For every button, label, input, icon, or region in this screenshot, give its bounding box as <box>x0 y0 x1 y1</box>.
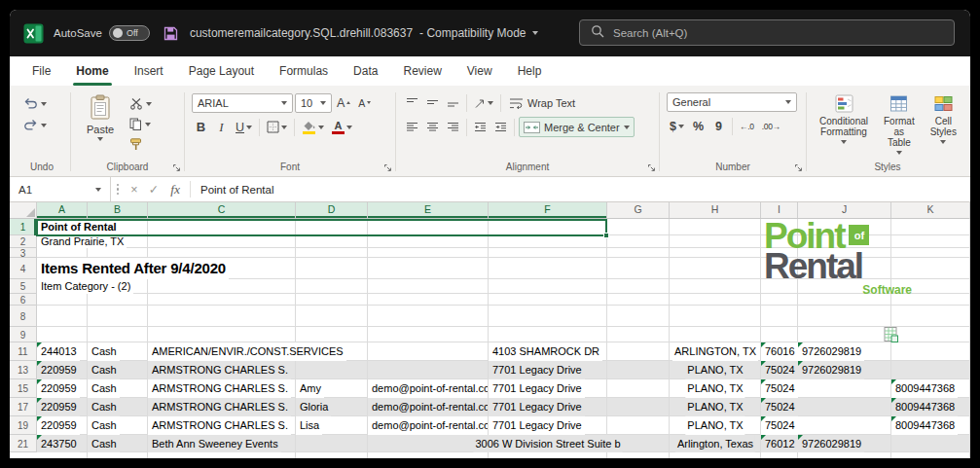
column-header-C[interactable]: C <box>148 202 296 218</box>
cell-H13[interactable]: PLANO, TX <box>685 361 744 379</box>
cell-A21[interactable]: 243750 <box>37 435 80 452</box>
cell-H21[interactable]: Arlington, Texas <box>675 435 755 452</box>
redo-button[interactable] <box>20 117 50 133</box>
column-header-A[interactable]: A <box>37 202 88 218</box>
align-middle-button[interactable] <box>423 92 442 113</box>
embedded-table-icon[interactable] <box>884 326 898 346</box>
cell-I11[interactable]: 76016 <box>761 342 798 361</box>
row-header-13[interactable]: 13 <box>10 361 37 379</box>
wrap-text-button[interactable]: Wrap Text <box>505 92 579 113</box>
row-header-6[interactable]: 6 <box>10 294 37 306</box>
cell-D17[interactable]: Gloria <box>296 398 331 416</box>
column-header-D[interactable]: D <box>296 202 368 218</box>
borders-button[interactable] <box>264 117 290 137</box>
bold-button[interactable]: B <box>192 117 210 137</box>
increase-decimal-button[interactable]: ←.0 <box>737 116 757 136</box>
tab-data[interactable]: Data <box>341 56 390 86</box>
row-header-1[interactable]: 1 <box>10 219 37 235</box>
cell-B17[interactable]: Cash <box>88 398 120 416</box>
column-header-K[interactable]: K <box>891 202 970 218</box>
number-dialog-launcher-icon[interactable] <box>794 163 803 172</box>
cell-A5[interactable]: Item Category - (2) <box>37 279 133 294</box>
row-header-4[interactable]: 4 <box>10 258 37 279</box>
cell-I17[interactable]: 75024 <box>761 398 798 416</box>
cell-C15[interactable]: ARMSTRONG CHARLES S. <box>148 379 291 398</box>
number-format-combo[interactable]: General <box>667 92 797 112</box>
font-name-combo[interactable]: ARIAL <box>192 93 293 113</box>
percent-style-button[interactable]: % <box>689 116 708 136</box>
format-as-table-button[interactable]: Format as Table <box>878 92 921 157</box>
tab-formulas[interactable]: Formulas <box>267 56 341 86</box>
cell-F19[interactable]: 7701 Legacy Drive <box>489 416 585 435</box>
cell-A15[interactable]: 220959 <box>37 379 80 398</box>
fill-handle[interactable] <box>603 233 609 238</box>
row-header-19[interactable]: 19 <box>10 416 37 435</box>
conditional-formatting-button[interactable]: Conditional Formatting <box>814 92 874 157</box>
insert-function-icon[interactable]: fx <box>163 177 187 201</box>
decrease-decimal-button[interactable]: .00→ <box>759 116 783 136</box>
font-size-combo[interactable]: 10 <box>295 93 332 113</box>
decrease-font-size-button[interactable]: A <box>355 92 374 113</box>
align-bottom-button[interactable] <box>444 92 462 113</box>
cell-C19[interactable]: ARMSTRONG CHARLES S. <box>148 416 291 435</box>
tab-insert[interactable]: Insert <box>122 56 176 86</box>
cell-A17[interactable]: 220959 <box>37 398 80 416</box>
column-header-I[interactable]: I <box>761 202 798 218</box>
cell-A11[interactable]: 244013 <box>37 342 80 361</box>
align-right-button[interactable] <box>444 117 462 137</box>
cell-C11[interactable]: AMERICAN/ENVIR./CONST.SERVICES <box>148 342 346 361</box>
cell-K17[interactable]: 8009447368 <box>891 398 958 416</box>
cell-D19[interactable]: Lisa <box>296 416 322 435</box>
orientation-button[interactable] <box>471 92 496 113</box>
tab-review[interactable]: Review <box>390 56 454 86</box>
cell-B11[interactable]: Cash <box>88 342 120 361</box>
cell-styles-button[interactable]: Cell Styles <box>925 92 962 157</box>
column-header-F[interactable]: F <box>489 202 607 218</box>
point-of-rental-logo[interactable]: Point of Rental Software <box>764 221 912 297</box>
tab-view[interactable]: View <box>454 56 505 86</box>
tab-home[interactable]: Home <box>63 56 121 86</box>
tab-file[interactable]: File <box>19 56 63 86</box>
italic-button[interactable]: I <box>212 117 231 137</box>
row-header-21[interactable]: 21 <box>10 435 37 452</box>
cell-F13[interactable]: 7701 Legacy Drive <box>489 361 585 379</box>
cell-I15[interactable]: 75024 <box>761 379 798 398</box>
cell-C17[interactable]: ARMSTRONG CHARLES S. <box>148 398 291 416</box>
cell-F21[interactable]: 3006 W Division Street Suite b <box>473 435 622 452</box>
cell-A19[interactable]: 220959 <box>37 416 80 435</box>
search-box[interactable]: Search (Alt+Q) <box>579 19 955 46</box>
cell-J11[interactable]: 9726029819 <box>798 342 864 361</box>
copy-button[interactable] <box>127 116 155 132</box>
cell-F11[interactable]: 4103 SHAMROCK DR <box>489 342 602 361</box>
row-header-15[interactable]: 15 <box>10 379 37 398</box>
decrease-indent-button[interactable] <box>471 117 490 137</box>
cell-C13[interactable]: ARMSTRONG CHARLES S. <box>148 361 291 379</box>
increase-indent-button[interactable] <box>491 117 510 137</box>
cell-H19[interactable]: PLANO, TX <box>685 416 744 435</box>
cell-F17[interactable]: 7701 Legacy Drive <box>489 398 585 416</box>
format-painter-button[interactable] <box>127 136 155 153</box>
paste-button[interactable]: Paste <box>78 92 123 157</box>
cell-A2[interactable]: Grand Prairie, TX <box>37 235 127 248</box>
cell-D15[interactable]: Amy <box>296 379 324 398</box>
cell-C21[interactable]: Beth Ann Sweeney Events <box>148 435 281 452</box>
cell-B21[interactable]: Cash <box>88 435 120 452</box>
row-header-3[interactable]: 3 <box>10 248 37 258</box>
font-dialog-launcher-icon[interactable] <box>383 163 392 172</box>
column-header-H[interactable]: H <box>670 202 761 218</box>
column-header-B[interactable]: B <box>88 202 148 218</box>
cell-B19[interactable]: Cash <box>88 416 120 435</box>
formula-bar-handle[interactable] <box>112 177 124 201</box>
autosave-toggle[interactable]: Off <box>109 25 150 41</box>
underline-button[interactable]: U <box>233 117 255 137</box>
formula-content[interactable]: Point of Rental <box>194 177 970 201</box>
cell-E15[interactable]: demo@point-of-rental.com <box>368 379 488 398</box>
undo-button[interactable] <box>20 95 50 112</box>
cell-J13[interactable]: 9726029819 <box>798 361 864 379</box>
cell-A4[interactable]: Items Rented After 9/4/2020 <box>37 258 229 279</box>
row-header-11[interactable]: 11 <box>10 342 37 361</box>
cell-K19[interactable]: 8009447368 <box>891 416 958 435</box>
cell-H15[interactable]: PLANO, TX <box>685 379 744 398</box>
clipboard-dialog-launcher-icon[interactable] <box>172 163 181 172</box>
cell-A13[interactable]: 220959 <box>37 361 80 379</box>
